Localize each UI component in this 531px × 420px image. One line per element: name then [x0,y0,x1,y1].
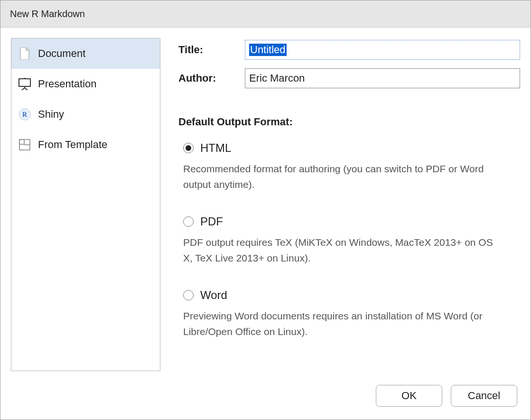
output-format-heading: Default Output Format: [178,116,520,128]
sidebar-item-document[interactable]: Document [11,38,160,69]
title-value: Untitled [249,44,287,56]
title-row: Title: Untitled [178,40,520,60]
dialog-content: Document Presentation R Shiny From Templ… [0,28,531,382]
shiny-r-icon: R [18,108,31,121]
radio-icon [183,143,194,153]
window-titlebar: New R Markdown [0,0,531,28]
author-input[interactable] [245,68,520,88]
output-option-html: HTML Recommended format for authoring (y… [183,141,520,192]
radio-pdf[interactable]: PDF [183,215,520,228]
radio-label: HTML [200,141,231,155]
main-panel: Title: Untitled Author: Default Output F… [178,38,520,371]
sidebar-item-label: Document [38,47,85,60]
button-bar: OK Cancel [0,382,531,420]
svg-line-3 [22,88,25,90]
svg-rect-8 [19,140,24,144]
radio-description: Previewing Word documents requires an in… [183,308,496,339]
output-option-word: Word Previewing Word documents requires … [183,289,520,339]
radio-html[interactable]: HTML [183,141,520,155]
radio-description: Recommended format for authoring (you ca… [183,161,496,192]
radio-label: Word [200,289,227,302]
svg-text:R: R [22,111,28,118]
radio-word[interactable]: Word [183,289,520,302]
document-icon [18,47,31,60]
radio-description: PDF output requires TeX (MiKTeX on Windo… [183,235,496,266]
output-format-group: HTML Recommended format for authoring (y… [183,141,520,339]
sidebar-item-from-template[interactable]: From Template [11,130,160,160]
sidebar-item-presentation[interactable]: Presentation [11,69,160,99]
output-option-pdf: PDF PDF output requires TeX (MiKTeX on W… [183,215,520,266]
template-icon [18,138,31,151]
radio-label: PDF [200,215,223,228]
radio-icon [183,216,194,227]
author-label: Author: [178,72,245,84]
sidebar-item-shiny[interactable]: R Shiny [11,99,160,130]
type-sidebar: Document Presentation R Shiny From Templ… [11,38,160,371]
window-title: New R Markdown [10,9,85,19]
cancel-button[interactable]: Cancel [451,385,517,407]
svg-rect-0 [19,79,30,86]
sidebar-item-label: Presentation [38,78,97,90]
title-label: Title: [178,44,245,56]
ok-button[interactable]: OK [376,385,442,407]
title-input[interactable]: Untitled [245,40,520,60]
author-row: Author: [178,68,520,88]
presentation-icon [18,77,31,91]
radio-icon [183,290,194,300]
sidebar-item-label: Shiny [38,108,64,121]
new-rmarkdown-dialog: New R Markdown Document Presentation R [0,0,531,420]
sidebar-item-label: From Template [38,139,107,151]
svg-line-4 [25,88,28,90]
